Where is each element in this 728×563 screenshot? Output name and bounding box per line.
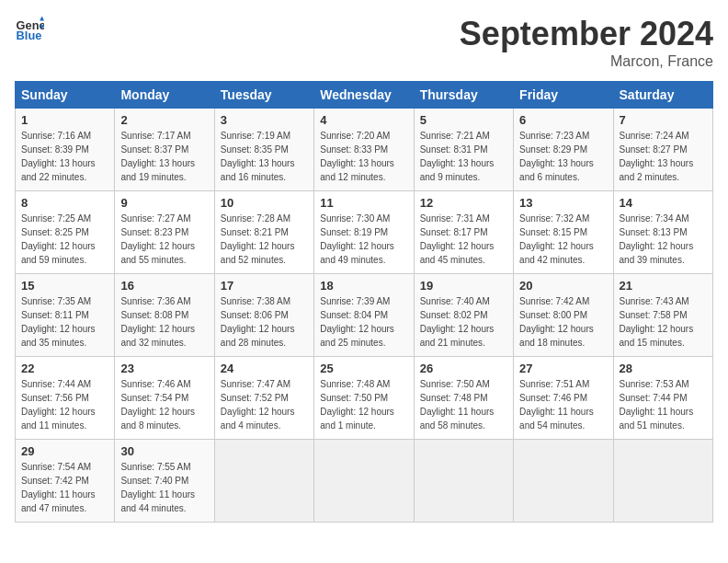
- day-number: 24: [221, 362, 308, 375]
- day-number: 19: [420, 279, 507, 293]
- day-number: 2: [120, 113, 208, 127]
- day-info: Sunrise: 7:19 AM Sunset: 8:35 PM Dayligh…: [221, 129, 308, 184]
- day-number: 21: [620, 279, 707, 293]
- calendar-cell: 7Sunrise: 7:24 AM Sunset: 8:27 PM Daylig…: [613, 109, 712, 191]
- day-number: 1: [21, 113, 108, 127]
- day-number: 20: [519, 279, 607, 293]
- day-number: 28: [620, 362, 707, 375]
- day-info: Sunrise: 7:46 AM Sunset: 7:54 PM Dayligh…: [120, 377, 208, 432]
- calendar-cell: 9Sunrise: 7:27 AM Sunset: 8:23 PM Daylig…: [115, 191, 214, 274]
- calendar-cell: 30Sunrise: 7:55 AM Sunset: 7:40 PM Dayli…: [115, 440, 214, 523]
- calendar-cell: 11Sunrise: 7:30 AM Sunset: 8:19 PM Dayli…: [314, 191, 414, 274]
- day-number: 14: [620, 196, 707, 210]
- calendar-cell: 17Sunrise: 7:38 AM Sunset: 8:06 PM Dayli…: [214, 274, 313, 357]
- calendar-cell: 25Sunrise: 7:48 AM Sunset: 7:50 PM Dayli…: [314, 357, 414, 440]
- day-number: 29: [21, 444, 108, 458]
- calendar-cell: [314, 440, 414, 523]
- day-info: Sunrise: 7:55 AM Sunset: 7:40 PM Dayligh…: [120, 460, 208, 515]
- day-info: Sunrise: 7:51 AM Sunset: 7:46 PM Dayligh…: [519, 377, 607, 432]
- calendar-cell: 12Sunrise: 7:31 AM Sunset: 8:17 PM Dayli…: [414, 191, 513, 274]
- day-info: Sunrise: 7:28 AM Sunset: 8:21 PM Dayligh…: [221, 212, 308, 267]
- logo: General Blue: [15, 15, 44, 44]
- day-info: Sunrise: 7:17 AM Sunset: 8:37 PM Dayligh…: [120, 129, 208, 184]
- day-number: 18: [320, 279, 407, 293]
- day-info: Sunrise: 7:47 AM Sunset: 7:52 PM Dayligh…: [221, 377, 308, 432]
- day-info: Sunrise: 7:39 AM Sunset: 8:04 PM Dayligh…: [320, 294, 407, 350]
- calendar-cell: [514, 440, 613, 523]
- col-wednesday: Wednesday: [314, 82, 414, 109]
- month-title: September 2024: [460, 15, 713, 53]
- day-number: 16: [120, 279, 208, 293]
- calendar-cell: 6Sunrise: 7:23 AM Sunset: 8:29 PM Daylig…: [514, 109, 613, 191]
- day-info: Sunrise: 7:25 AM Sunset: 8:25 PM Dayligh…: [21, 212, 108, 267]
- calendar-cell: 18Sunrise: 7:39 AM Sunset: 8:04 PM Dayli…: [314, 274, 414, 357]
- header-row: Sunday Monday Tuesday Wednesday Thursday…: [16, 82, 713, 109]
- day-number: 6: [519, 113, 607, 127]
- calendar-cell: 16Sunrise: 7:36 AM Sunset: 8:08 PM Dayli…: [115, 274, 214, 357]
- day-number: 11: [320, 196, 407, 210]
- day-info: Sunrise: 7:24 AM Sunset: 8:27 PM Dayligh…: [620, 129, 707, 184]
- calendar-cell: [414, 440, 513, 523]
- calendar-cell: 15Sunrise: 7:35 AM Sunset: 8:11 PM Dayli…: [16, 274, 115, 357]
- calendar-cell: 24Sunrise: 7:47 AM Sunset: 7:52 PM Dayli…: [214, 357, 313, 440]
- calendar-row-1: 1Sunrise: 7:16 AM Sunset: 8:39 PM Daylig…: [16, 109, 713, 191]
- col-thursday: Thursday: [414, 82, 513, 109]
- calendar-cell: 8Sunrise: 7:25 AM Sunset: 8:25 PM Daylig…: [16, 191, 115, 274]
- calendar-row-4: 22Sunrise: 7:44 AM Sunset: 7:56 PM Dayli…: [16, 357, 713, 440]
- day-info: Sunrise: 7:32 AM Sunset: 8:15 PM Dayligh…: [519, 212, 607, 267]
- calendar-row-3: 15Sunrise: 7:35 AM Sunset: 8:11 PM Dayli…: [16, 274, 713, 357]
- day-info: Sunrise: 7:36 AM Sunset: 8:08 PM Dayligh…: [120, 294, 208, 350]
- day-info: Sunrise: 7:21 AM Sunset: 8:31 PM Dayligh…: [420, 129, 507, 184]
- location: Marcon, France: [460, 53, 713, 70]
- day-number: 4: [320, 113, 407, 127]
- calendar-cell: 19Sunrise: 7:40 AM Sunset: 8:02 PM Dayli…: [414, 274, 513, 357]
- day-number: 26: [420, 362, 507, 375]
- calendar-cell: 1Sunrise: 7:16 AM Sunset: 8:39 PM Daylig…: [16, 109, 115, 191]
- page-header: General Blue September 2024 Marcon, Fran…: [15, 15, 713, 70]
- day-number: 13: [519, 196, 607, 210]
- calendar-cell: 5Sunrise: 7:21 AM Sunset: 8:31 PM Daylig…: [414, 109, 513, 191]
- day-info: Sunrise: 7:50 AM Sunset: 7:48 PM Dayligh…: [420, 377, 507, 432]
- day-info: Sunrise: 7:44 AM Sunset: 7:56 PM Dayligh…: [21, 377, 108, 432]
- svg-text:Blue: Blue: [17, 29, 42, 42]
- col-sunday: Sunday: [16, 82, 115, 109]
- calendar-cell: 28Sunrise: 7:53 AM Sunset: 7:44 PM Dayli…: [613, 357, 712, 440]
- calendar-body: 1Sunrise: 7:16 AM Sunset: 8:39 PM Daylig…: [16, 109, 713, 523]
- day-info: Sunrise: 7:54 AM Sunset: 7:42 PM Dayligh…: [21, 460, 108, 515]
- day-number: 7: [620, 113, 707, 127]
- calendar-cell: 2Sunrise: 7:17 AM Sunset: 8:37 PM Daylig…: [115, 109, 214, 191]
- calendar-cell: [214, 440, 313, 523]
- day-info: Sunrise: 7:35 AM Sunset: 8:11 PM Dayligh…: [21, 294, 108, 350]
- calendar-cell: 27Sunrise: 7:51 AM Sunset: 7:46 PM Dayli…: [514, 357, 613, 440]
- day-number: 8: [21, 196, 108, 210]
- calendar-cell: 20Sunrise: 7:42 AM Sunset: 8:00 PM Dayli…: [514, 274, 613, 357]
- calendar-cell: 10Sunrise: 7:28 AM Sunset: 8:21 PM Dayli…: [214, 191, 313, 274]
- day-number: 23: [120, 362, 208, 375]
- calendar-cell: 29Sunrise: 7:54 AM Sunset: 7:42 PM Dayli…: [16, 440, 115, 523]
- calendar-cell: 21Sunrise: 7:43 AM Sunset: 7:58 PM Dayli…: [613, 274, 712, 357]
- calendar-table: Sunday Monday Tuesday Wednesday Thursday…: [15, 81, 713, 523]
- day-number: 3: [221, 113, 308, 127]
- day-info: Sunrise: 7:40 AM Sunset: 8:02 PM Dayligh…: [420, 294, 507, 350]
- calendar-header: Sunday Monday Tuesday Wednesday Thursday…: [16, 82, 713, 109]
- day-number: 9: [120, 196, 208, 210]
- day-info: Sunrise: 7:27 AM Sunset: 8:23 PM Dayligh…: [120, 212, 208, 267]
- calendar-cell: 3Sunrise: 7:19 AM Sunset: 8:35 PM Daylig…: [214, 109, 313, 191]
- day-info: Sunrise: 7:43 AM Sunset: 7:58 PM Dayligh…: [620, 294, 707, 350]
- calendar-cell: 14Sunrise: 7:34 AM Sunset: 8:13 PM Dayli…: [613, 191, 712, 274]
- col-saturday: Saturday: [613, 82, 712, 109]
- day-info: Sunrise: 7:53 AM Sunset: 7:44 PM Dayligh…: [620, 377, 707, 432]
- logo-icon: General Blue: [15, 15, 44, 44]
- title-block: September 2024 Marcon, France: [460, 15, 713, 70]
- day-number: 27: [519, 362, 607, 375]
- col-tuesday: Tuesday: [214, 82, 313, 109]
- day-number: 15: [21, 279, 108, 293]
- day-info: Sunrise: 7:42 AM Sunset: 8:00 PM Dayligh…: [519, 294, 607, 350]
- day-info: Sunrise: 7:30 AM Sunset: 8:19 PM Dayligh…: [320, 212, 407, 267]
- calendar-cell: 23Sunrise: 7:46 AM Sunset: 7:54 PM Dayli…: [115, 357, 214, 440]
- calendar-row-2: 8Sunrise: 7:25 AM Sunset: 8:25 PM Daylig…: [16, 191, 713, 274]
- day-number: 10: [221, 196, 308, 210]
- day-info: Sunrise: 7:38 AM Sunset: 8:06 PM Dayligh…: [221, 294, 308, 350]
- calendar-cell: 22Sunrise: 7:44 AM Sunset: 7:56 PM Dayli…: [16, 357, 115, 440]
- day-info: Sunrise: 7:31 AM Sunset: 8:17 PM Dayligh…: [420, 212, 507, 267]
